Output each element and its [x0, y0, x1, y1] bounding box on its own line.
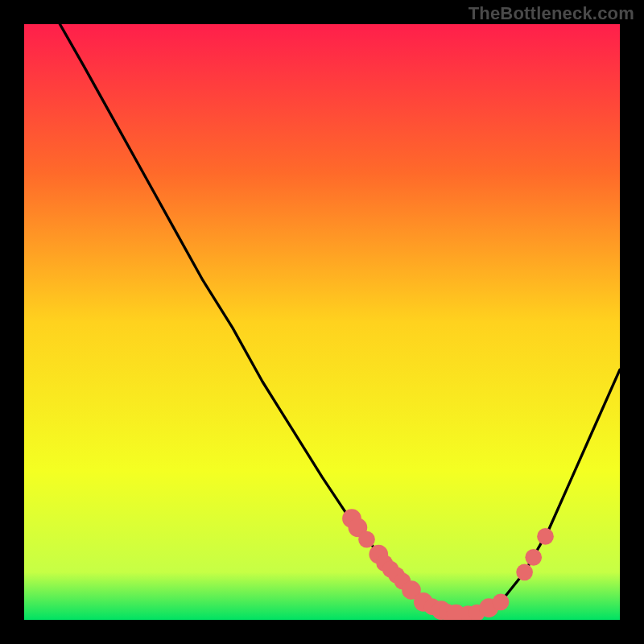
- curve-marker: [516, 564, 533, 580]
- watermark-text: TheBottleneck.com: [469, 3, 634, 24]
- plot-bg: [24, 24, 620, 620]
- bottleneck-chart: [24, 24, 620, 620]
- curve-marker: [493, 593, 510, 610]
- curve-marker: [525, 549, 542, 566]
- chart-stage: TheBottleneck.com: [0, 0, 644, 644]
- curve-marker: [537, 528, 554, 545]
- curve-marker: [358, 531, 375, 548]
